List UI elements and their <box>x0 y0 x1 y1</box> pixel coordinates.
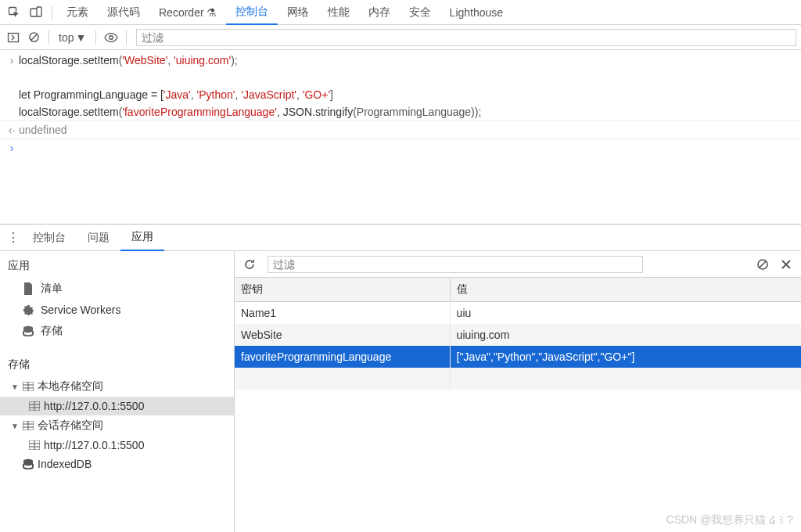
chevron-down-icon: ▼ <box>75 31 86 44</box>
sidebar-section-storage: 存储 <box>0 353 234 376</box>
drawer-tab-issues[interactable]: 问题 <box>77 225 120 250</box>
drawer-menu-icon[interactable]: ⋮ <box>5 230 22 245</box>
console-result-value: undefined <box>19 121 67 138</box>
svg-rect-3 <box>9 33 19 41</box>
tab-console[interactable]: 控制台 <box>226 0 278 25</box>
drawer-tab-console[interactable]: 控制台 <box>22 225 77 250</box>
drawer-body: 应用 清单 Service Workers 存储 存储 ▼ 本地存储空间 <box>0 251 801 532</box>
tab-memory[interactable]: 内存 <box>359 1 400 24</box>
beaker-icon: ⚗ <box>207 6 217 19</box>
clear-console-icon[interactable] <box>25 29 42 46</box>
console-result-row: ‹· undefined <box>0 120 801 139</box>
tree-session-storage-origin[interactable]: http://127.0.0.1:5500 <box>0 436 234 455</box>
tab-recorder[interactable]: Recorder⚗ <box>149 2 226 23</box>
console-prompt-row[interactable]: › <box>0 139 801 156</box>
console-filter-input[interactable] <box>136 29 796 46</box>
tree-item-label: http://127.0.0.1:5500 <box>44 439 144 451</box>
gear-icon <box>22 304 34 316</box>
table-row[interactable]: Name1uiu <box>235 302 801 325</box>
sidebar-item-label: 清单 <box>41 282 63 296</box>
table-row-empty[interactable] <box>235 368 801 390</box>
tab-security[interactable]: 安全 <box>400 1 440 24</box>
device-toolbar-icon[interactable] <box>27 3 45 22</box>
separator <box>52 5 52 20</box>
sidebar-item-label: Service Workers <box>41 304 120 316</box>
tab-sources[interactable]: 源代码 <box>98 1 149 24</box>
col-key[interactable]: 密钥 <box>235 278 450 302</box>
drawer: ⋮ 控制台 问题 应用 应用 清单 Service Workers 存储 存储 … <box>0 224 801 532</box>
svg-rect-2 <box>37 7 41 16</box>
delete-selected-icon[interactable] <box>778 256 795 273</box>
refresh-icon[interactable] <box>241 256 258 273</box>
sidebar-section-application: 应用 <box>0 254 234 278</box>
separator <box>95 31 96 45</box>
caret-down-icon: ▼ <box>11 422 19 430</box>
tab-network[interactable]: 网络 <box>278 1 318 24</box>
storage-panel: 密钥 值 Name1uiu WebSiteuiuing.com favorite… <box>235 251 801 532</box>
storage-toolbar <box>235 251 801 278</box>
sidebar-item-service-workers[interactable]: Service Workers <box>0 300 234 320</box>
tree-local-storage-origin[interactable]: http://127.0.0.1:5500 <box>0 397 234 415</box>
inspect-element-icon[interactable] <box>5 3 23 22</box>
tree-local-storage[interactable]: ▼ 本地存储空间 <box>0 376 234 397</box>
col-value[interactable]: 值 <box>450 278 801 302</box>
tab-elements[interactable]: 元素 <box>57 1 98 24</box>
svg-point-5 <box>110 35 113 39</box>
drawer-tab-application[interactable]: 应用 <box>120 225 164 251</box>
tab-lighthouse[interactable]: Lighthouse <box>440 2 513 23</box>
prompt-marker-icon: › <box>5 139 19 156</box>
separator <box>48 31 49 45</box>
tree-item-label: IndexedDB <box>38 458 92 470</box>
console-code: localStorage.setItem('WebSite', 'uiuing.… <box>19 52 481 120</box>
console-body: › localStorage.setItem('WebSite', 'uiuin… <box>0 50 801 156</box>
table-row[interactable]: WebSiteuiuing.com <box>235 324 801 346</box>
context-label: top <box>59 31 74 44</box>
execution-context-selector[interactable]: top ▼ <box>56 31 89 44</box>
clear-all-icon[interactable] <box>754 256 771 273</box>
table-icon <box>28 440 41 450</box>
input-marker-icon: › <box>5 52 19 69</box>
sidebar-item-label: 存储 <box>41 324 63 338</box>
tab-recorder-label: Recorder <box>159 6 204 19</box>
table-icon <box>22 421 34 430</box>
separator <box>126 31 127 45</box>
table-icon <box>22 382 34 391</box>
caret-down-icon: ▼ <box>11 383 19 391</box>
console-toolbar: top ▼ <box>0 25 801 50</box>
database-icon <box>22 458 34 469</box>
file-icon <box>22 282 34 295</box>
table-icon <box>28 401 41 411</box>
database-icon <box>22 325 34 336</box>
tree-indexeddb[interactable]: IndexedDB <box>0 455 234 473</box>
application-sidebar: 应用 清单 Service Workers 存储 存储 ▼ 本地存储空间 <box>0 251 235 532</box>
drawer-tabs: ⋮ 控制台 问题 应用 <box>0 225 801 251</box>
output-marker-icon: ‹· <box>5 121 19 138</box>
sidebar-item-storage[interactable]: 存储 <box>0 320 234 342</box>
tree-session-storage[interactable]: ▼ 会话存储空间 <box>0 415 234 436</box>
sidebar-item-manifest[interactable]: 清单 <box>0 278 234 300</box>
storage-grid[interactable]: 密钥 值 Name1uiu WebSiteuiuing.com favorite… <box>235 278 801 532</box>
live-expression-icon[interactable] <box>102 29 120 46</box>
console-sidebar-toggle-icon[interactable] <box>5 29 22 46</box>
tree-item-label: http://127.0.0.1:5500 <box>44 400 144 412</box>
tab-performance[interactable]: 性能 <box>318 1 359 24</box>
console-input-row[interactable]: › localStorage.setItem('WebSite', 'uiuin… <box>0 52 801 120</box>
devtools-main-tabs: 元素 源代码 Recorder⚗ 控制台 网络 性能 内存 安全 Lightho… <box>0 0 801 25</box>
tree-item-label: 本地存储空间 <box>38 379 103 394</box>
grid-fill <box>235 390 801 532</box>
tree-item-label: 会话存储空间 <box>38 419 103 433</box>
table-row[interactable]: favoriteProgrammingLanguage["Java","Pyth… <box>235 346 801 368</box>
storage-filter-input[interactable] <box>268 256 643 273</box>
